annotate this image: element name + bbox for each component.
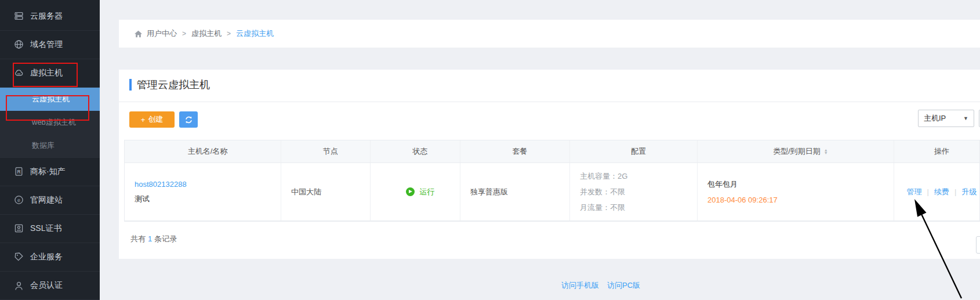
- mobile-version-link[interactable]: 访问手机版: [561, 280, 599, 291]
- table-row: host802132288 测试 中国大陆 运行 独享普惠版 主机容量：2G 并…: [125, 163, 979, 221]
- column-header-status: 状态: [371, 140, 460, 162]
- status-badge: 运行: [420, 187, 435, 197]
- title-accent-bar: [129, 79, 132, 91]
- sidebar-item-enterprise[interactable]: 企业服务: [0, 243, 100, 272]
- globe-icon: [14, 39, 24, 49]
- create-button[interactable]: + 创建: [129, 111, 175, 128]
- page-title: 管理云虚拟主机: [137, 78, 210, 92]
- column-header-plan: 套餐: [460, 140, 570, 162]
- cell-actions: 管理 | 续费 | 升级: [894, 163, 979, 221]
- upgrade-link[interactable]: 升级: [961, 187, 977, 197]
- website-icon: e: [14, 195, 24, 205]
- enterprise-icon: [14, 252, 24, 262]
- sidebar-item-label: 虚拟主机: [30, 68, 63, 78]
- divider: [119, 102, 980, 102]
- ssl-icon: [14, 223, 24, 233]
- page: 云服务器 域名管理 虚拟主机 云虚拟主机 web虚拟主机 数据库: [0, 0, 980, 300]
- sidebar-item-label: 会员认证: [30, 280, 63, 291]
- chevron-down-icon: ▼: [963, 115, 968, 121]
- sidebar-item-label: 域名管理: [30, 39, 63, 50]
- config-capacity: 主机容量：2G: [580, 168, 697, 184]
- sidebar-item-web-virtual-host[interactable]: web虚拟主机: [0, 111, 100, 134]
- sidebar-subitem-label: web虚拟主机: [32, 117, 76, 128]
- trademark-icon: R: [14, 167, 24, 176]
- breadcrumb-virtual-host[interactable]: 虚拟主机: [191, 28, 222, 39]
- column-header-type-expire: 类型/到期日期 ▲▼: [698, 140, 894, 162]
- cell-type-expire: 包年包月 2018-04-06 09:26:17: [698, 163, 894, 221]
- expire-date: 2018-04-06 09:26:17: [707, 196, 894, 204]
- cell-node: 中国大陆: [281, 163, 371, 221]
- breadcrumb: 用户中心 > 虚拟主机 > 云虚拟主机: [119, 20, 980, 48]
- column-header-node: 节点: [281, 140, 371, 162]
- sidebar-item-virtual-host[interactable]: 虚拟主机: [0, 59, 100, 88]
- sidebar-submenu: 云虚拟主机 web虚拟主机 数据库: [0, 88, 100, 158]
- filter-dropdown[interactable]: 主机IP ▼: [918, 110, 974, 127]
- svg-text:R: R: [17, 169, 20, 175]
- cell-plan: 独享普惠版: [460, 163, 570, 221]
- home-icon: [134, 30, 143, 38]
- column-header-hostname: 主机名/名称: [125, 140, 281, 162]
- manage-link[interactable]: 管理: [907, 187, 922, 197]
- table-header-row: 主机名/名称 节点 状态 套餐 配置 类型/到期日期 ▲▼ 操作: [125, 140, 979, 163]
- column-header-actions: 操作: [894, 140, 979, 162]
- refresh-icon: [184, 115, 193, 124]
- breadcrumb-cloud-virtual-host[interactable]: 云虚拟主机: [236, 28, 274, 39]
- sidebar-item-label: SSL证书: [30, 223, 61, 234]
- pc-version-link[interactable]: 访问PC版: [607, 280, 640, 291]
- pagination-button[interactable]: [976, 236, 980, 254]
- sidebar-subitem-label: 数据库: [32, 140, 55, 151]
- cell-status: 运行: [371, 163, 460, 221]
- sidebar-item-cloud-server[interactable]: 云服务器: [0, 2, 100, 31]
- breadcrumb-separator: >: [227, 30, 231, 38]
- filter-dropdown-value: 主机IP: [924, 113, 963, 124]
- cell-config: 主机容量：2G 并发数：不限 月流量：不限: [570, 163, 698, 221]
- plus-icon: +: [141, 115, 146, 124]
- renew-link[interactable]: 续费: [934, 187, 949, 197]
- sidebar-item-member[interactable]: 会员认证: [0, 272, 100, 300]
- sort-icon[interactable]: ▲▼: [824, 149, 828, 154]
- config-traffic: 月流量：不限: [580, 200, 697, 215]
- member-icon: [14, 281, 24, 291]
- sidebar-subitem-label: 云虚拟主机: [32, 94, 70, 104]
- refresh-button[interactable]: [179, 111, 198, 128]
- breadcrumb-separator: >: [182, 30, 186, 38]
- sidebar-item-website-builder[interactable]: e 官网建站: [0, 186, 100, 215]
- sidebar-item-label: 官网建站: [30, 195, 63, 205]
- host-icon: [14, 68, 24, 78]
- svg-text:e: e: [17, 197, 20, 203]
- sidebar-item-ssl[interactable]: SSL证书: [0, 215, 100, 243]
- record-count: 1: [148, 234, 152, 243]
- sidebar-item-domain[interactable]: 域名管理: [0, 31, 100, 59]
- sidebar-item-database[interactable]: 数据库: [0, 134, 100, 157]
- create-button-label: 创建: [148, 114, 163, 125]
- host-name-link[interactable]: host802132288: [135, 180, 281, 189]
- sidebar: 云服务器 域名管理 虚拟主机 云虚拟主机 web虚拟主机 数据库: [0, 0, 100, 300]
- config-concurrency: 并发数：不限: [580, 184, 697, 200]
- host-alias: 测试: [135, 194, 281, 204]
- sidebar-item-label: 云服务器: [30, 11, 63, 21]
- sidebar-item-cloud-virtual-host[interactable]: 云虚拟主机: [0, 88, 100, 111]
- server-icon: [14, 11, 24, 21]
- record-summary: 共有1条记录: [130, 234, 177, 244]
- hosts-table: 主机名/名称 节点 状态 套餐 配置 类型/到期日期 ▲▼ 操作 host802…: [124, 140, 980, 222]
- column-header-config: 配置: [570, 140, 698, 162]
- main-card: 管理云虚拟主机 + 创建 主机IP ▼ 主机名/名称 节点 状态 套餐 配置: [119, 70, 980, 259]
- sidebar-item-trademark[interactable]: R 商标·知产: [0, 158, 100, 186]
- cell-hostname: host802132288 测试: [125, 163, 281, 221]
- breadcrumb-user-center[interactable]: 用户中心: [147, 28, 177, 39]
- footer-links: 访问手机版 访问PC版: [561, 280, 640, 291]
- sidebar-item-label: 企业服务: [30, 252, 63, 262]
- billing-type: 包年包月: [707, 179, 894, 190]
- sidebar-item-label: 商标·知产: [30, 167, 66, 177]
- status-running-icon: [406, 187, 415, 196]
